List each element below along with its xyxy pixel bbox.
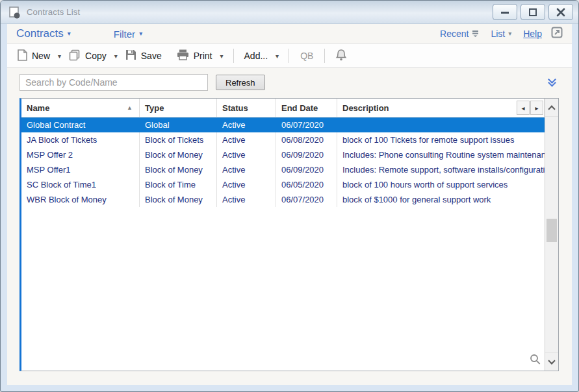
contracts-menu-label: Contracts [16,27,64,40]
refresh-button[interactable]: Refresh [216,75,265,90]
magnifier-icon[interactable] [530,354,541,367]
cell-status: Active [217,192,276,207]
print-button[interactable]: Print [175,47,214,65]
toolbar-separator [324,49,325,63]
cell-end-date: 06/05/2020 [276,177,337,192]
scroll-down-button[interactable] [545,352,558,371]
scroll-columns-right-button[interactable]: ▸ [530,101,543,115]
cell-description: block of 100 hours worth of support serv… [337,177,545,192]
column-header-description[interactable]: Description [337,99,545,117]
print-dropdown-icon[interactable]: ▾ [218,53,224,60]
cell-name: MSP Offer 2 [21,147,140,162]
cell-status: Active [217,117,276,132]
column-header-end-date[interactable]: End Date [276,99,337,117]
chevron-up-icon [548,105,555,112]
filter-menu[interactable]: Filter ▾ [114,29,142,40]
bell-icon [335,49,347,64]
cell-description: block of 100 Tickets for remote support … [337,132,545,147]
maximize-button-icon[interactable] [521,4,545,20]
cell-status: Active [217,147,276,162]
save-button[interactable]: Save [123,47,164,65]
contracts-grid: Name ▲ Type Status End Date Description [19,98,559,371]
list-menu[interactable]: List ▾ [491,29,511,39]
copy-dropdown-icon[interactable]: ▾ [113,53,119,60]
save-button-label: Save [141,51,162,61]
cell-type: Block of Tickets [140,132,217,147]
table-row[interactable]: JA Block of Tickets Block of Tickets Act… [21,132,545,147]
table-row[interactable]: WBR Block of Money Block of Money Active… [21,192,545,207]
help-link[interactable]: Help [523,29,542,39]
table-header: Name ▲ Type Status End Date Description [21,99,545,117]
copy-button-label: Copy [85,51,107,61]
cell-name: JA Block of Tickets [21,132,140,147]
recent-list-dropdown-icon [472,29,479,39]
column-header-status-label: Status [222,103,248,113]
new-button-label: New [32,51,50,61]
cell-end-date: 06/07/2020 [276,117,337,132]
cell-description: Includes: Remote support, software insta… [337,162,545,177]
cell-end-date: 06/08/2020 [276,132,337,147]
column-header-status[interactable]: Status [217,99,276,117]
scrollbar-thumb[interactable] [547,219,557,242]
chevron-down-icon: ▾ [68,31,71,37]
column-header-type[interactable]: Type [140,99,217,117]
cell-type: Block of Money [140,192,217,207]
filter-menu-label: Filter [114,29,135,40]
window-document-icon [8,6,21,19]
toolbar-separator [233,49,234,63]
search-row: Refresh [7,68,572,97]
new-document-icon [18,49,27,63]
copy-icon [69,49,81,63]
cell-type: Block of Time [140,177,217,192]
table-area: Name ▲ Type Status End Date Description [7,97,572,385]
new-dropdown-icon[interactable]: ▾ [57,53,62,60]
contracts-menu[interactable]: Contracts ▾ [16,27,71,40]
table-row[interactable]: MSP Offer 2 Block of Money Active 06/09/… [21,147,545,162]
chevron-down-icon [548,357,555,364]
cell-end-date: 06/07/2020 [276,192,337,207]
scroll-up-button[interactable] [545,99,558,117]
add-button[interactable]: Add... [242,48,270,64]
column-header-name-label: Name [27,103,49,113]
title-bar[interactable]: Contracts List [1,1,578,24]
recent-menu-label: Recent [440,29,469,39]
recent-menu[interactable]: Recent [440,29,479,39]
save-floppy-icon [125,49,136,62]
expand-double-chevron-icon[interactable] [549,80,555,86]
cell-description [337,117,545,132]
search-input[interactable] [19,74,208,91]
print-icon [177,49,189,62]
vertical-scrollbar[interactable] [545,99,558,371]
table-row[interactable]: MSP Offer1 Block of Money Active 06/09/2… [21,162,545,177]
cell-description: block of $1000 for general support work [337,192,545,207]
minimize-button-icon[interactable] [493,4,517,20]
close-button-icon[interactable] [548,4,573,20]
window-content: Contracts ▾ Filter ▾ Recent List ▾ [7,24,572,385]
popout-window-icon[interactable] [551,27,563,41]
scroll-columns-left-button[interactable]: ◂ [517,101,530,115]
add-dropdown-icon[interactable]: ▾ [274,53,280,60]
add-button-label: Add... [244,51,268,61]
copy-button[interactable]: Copy [67,47,109,66]
cell-type: Global [140,117,217,132]
column-header-type-label: Type [145,103,164,113]
qb-button[interactable]: QB [298,51,316,61]
new-button[interactable]: New [16,47,52,66]
menu-bar: Contracts ▾ Filter ▾ Recent List ▾ [7,24,572,43]
contracts-list-window: Contracts List Contracts ▾ Filter ▾ [0,0,579,392]
notifications-button[interactable] [333,46,349,66]
help-link-label: Help [523,29,542,39]
chevron-down-icon: ▾ [139,31,142,37]
table-body: Global Contract Global Active 06/07/2020… [21,117,545,371]
column-header-end-date-label: End Date [281,103,318,113]
cell-status: Active [217,162,276,177]
cell-description: Includes: Phone consulting Routine syste… [337,147,545,162]
cell-name: MSP Offer1 [21,162,140,177]
table-row[interactable]: SC Block of Time1 Block of Time Active 0… [21,177,545,192]
cell-status: Active [217,132,276,147]
column-header-description-label: Description [342,103,389,113]
table-row[interactable]: Global Contract Global Active 06/07/2020 [21,117,545,132]
column-header-name[interactable]: Name ▲ [21,99,140,117]
cell-end-date: 06/09/2020 [276,147,337,162]
cell-type: Block of Money [140,162,217,177]
